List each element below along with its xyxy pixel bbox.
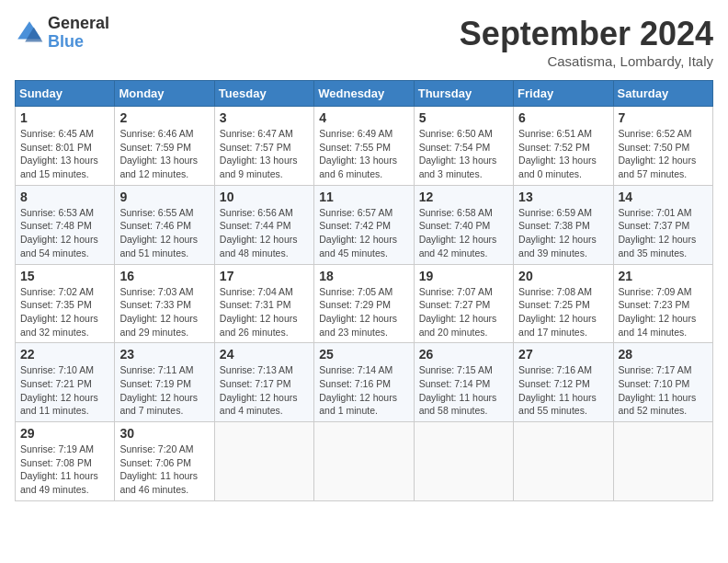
day-detail: Sunrise: 7:11 AMSunset: 7:19 PMDaylight:… xyxy=(119,363,209,418)
table-row: 2Sunrise: 6:46 AMSunset: 7:59 PMDaylight… xyxy=(115,107,214,186)
logo-general: General xyxy=(48,15,109,33)
sunset-text: Sunset: 7:14 PM xyxy=(419,378,491,389)
sunrise-text: Sunrise: 6:49 AM xyxy=(319,128,392,139)
day-detail: Sunrise: 7:19 AMSunset: 7:08 PMDaylight:… xyxy=(20,442,109,497)
table-row xyxy=(214,422,313,501)
day-detail: Sunrise: 7:04 AMSunset: 7:31 PMDaylight:… xyxy=(220,285,309,339)
sunrise-text: Sunrise: 6:45 AM xyxy=(20,128,94,139)
day-detail: Sunrise: 7:02 AMSunset: 7:35 PMDaylight:… xyxy=(20,285,109,339)
table-row: 3Sunrise: 6:47 AMSunset: 7:57 PMDaylight… xyxy=(214,107,313,186)
day-number: 22 xyxy=(20,347,109,362)
daylight-text: Daylight: 12 hours and 48 minutes. xyxy=(220,234,298,259)
day-detail: Sunrise: 6:56 AMSunset: 7:44 PMDaylight:… xyxy=(220,206,309,260)
header-wednesday: Wednesday xyxy=(314,81,414,107)
table-row: 10Sunrise: 6:56 AMSunset: 7:44 PMDayligh… xyxy=(214,185,313,264)
daylight-text: Daylight: 12 hours and 14 minutes. xyxy=(619,313,697,338)
table-row: 25Sunrise: 7:14 AMSunset: 7:16 PMDayligh… xyxy=(314,343,414,422)
day-number: 29 xyxy=(20,426,109,441)
daylight-text: Daylight: 12 hours and 29 minutes. xyxy=(119,313,198,338)
table-row: 13Sunrise: 6:59 AMSunset: 7:38 PMDayligh… xyxy=(514,185,613,264)
logo-icon xyxy=(15,18,44,48)
table-row: 14Sunrise: 7:01 AMSunset: 7:37 PMDayligh… xyxy=(613,185,712,264)
daylight-text: Daylight: 12 hours and 7 minutes. xyxy=(119,392,198,417)
sunset-text: Sunset: 7:54 PM xyxy=(419,142,491,153)
sunset-text: Sunset: 7:50 PM xyxy=(619,142,690,153)
day-detail: Sunrise: 7:20 AMSunset: 7:06 PMDaylight:… xyxy=(119,442,209,497)
table-row: 16Sunrise: 7:03 AMSunset: 7:33 PMDayligh… xyxy=(115,264,214,343)
sunset-text: Sunset: 7:25 PM xyxy=(518,299,590,310)
day-number: 20 xyxy=(518,269,608,283)
daylight-text: Daylight: 11 hours and 55 minutes. xyxy=(518,392,597,417)
daylight-text: Daylight: 13 hours and 15 minutes. xyxy=(20,155,98,179)
sunset-text: Sunset: 7:12 PM xyxy=(518,378,590,389)
sunrise-text: Sunrise: 7:19 AM xyxy=(20,443,94,454)
day-number: 25 xyxy=(319,347,408,362)
sunset-text: Sunset: 7:27 PM xyxy=(419,299,491,310)
table-row xyxy=(314,422,414,501)
sunrise-text: Sunrise: 7:20 AM xyxy=(119,443,193,454)
daylight-text: Daylight: 13 hours and 3 minutes. xyxy=(419,155,497,179)
table-row: 18Sunrise: 7:05 AMSunset: 7:29 PMDayligh… xyxy=(314,264,414,343)
sunrise-text: Sunrise: 7:15 AM xyxy=(419,364,493,375)
daylight-text: Daylight: 11 hours and 46 minutes. xyxy=(119,470,198,495)
sunrise-text: Sunrise: 6:58 AM xyxy=(419,207,493,218)
day-detail: Sunrise: 7:17 AMSunset: 7:10 PMDaylight:… xyxy=(619,363,708,418)
sunset-text: Sunset: 7:57 PM xyxy=(220,142,291,153)
sunset-text: Sunset: 7:55 PM xyxy=(319,142,391,153)
daylight-text: Daylight: 11 hours and 52 minutes. xyxy=(619,392,697,417)
sunset-text: Sunset: 7:10 PM xyxy=(619,378,690,389)
sunset-text: Sunset: 7:52 PM xyxy=(518,142,590,153)
daylight-text: Daylight: 11 hours and 58 minutes. xyxy=(419,392,497,417)
day-number: 5 xyxy=(419,110,508,125)
day-number: 30 xyxy=(119,426,209,441)
sunrise-text: Sunrise: 6:59 AM xyxy=(518,207,592,218)
day-number: 4 xyxy=(319,110,408,125)
sunrise-text: Sunrise: 6:53 AM xyxy=(20,207,94,218)
logo: General Blue xyxy=(15,15,109,52)
table-row xyxy=(613,422,712,501)
table-row: 28Sunrise: 7:17 AMSunset: 7:10 PMDayligh… xyxy=(613,343,712,422)
day-detail: Sunrise: 7:05 AMSunset: 7:29 PMDaylight:… xyxy=(319,285,408,339)
sunset-text: Sunset: 8:01 PM xyxy=(20,142,92,153)
day-detail: Sunrise: 7:13 AMSunset: 7:17 PMDaylight:… xyxy=(220,363,309,418)
daylight-text: Daylight: 12 hours and 42 minutes. xyxy=(419,234,497,259)
calendar-week-row: 8Sunrise: 6:53 AMSunset: 7:48 PMDaylight… xyxy=(16,185,713,264)
day-detail: Sunrise: 6:57 AMSunset: 7:42 PMDaylight:… xyxy=(319,206,408,260)
sunrise-text: Sunrise: 7:02 AM xyxy=(20,286,94,297)
day-number: 27 xyxy=(518,347,608,362)
table-row: 9Sunrise: 6:55 AMSunset: 7:46 PMDaylight… xyxy=(115,185,214,264)
daylight-text: Daylight: 13 hours and 0 minutes. xyxy=(518,155,597,179)
table-row: 11Sunrise: 6:57 AMSunset: 7:42 PMDayligh… xyxy=(314,185,414,264)
day-detail: Sunrise: 6:47 AMSunset: 7:57 PMDaylight:… xyxy=(220,127,309,181)
day-detail: Sunrise: 6:53 AMSunset: 7:48 PMDaylight:… xyxy=(20,206,109,260)
day-number: 28 xyxy=(619,347,708,362)
day-number: 11 xyxy=(319,190,408,204)
daylight-text: Daylight: 12 hours and 39 minutes. xyxy=(518,234,597,259)
table-row: 22Sunrise: 7:10 AMSunset: 7:21 PMDayligh… xyxy=(16,343,115,422)
sunrise-text: Sunrise: 7:09 AM xyxy=(619,286,692,297)
day-detail: Sunrise: 6:59 AMSunset: 7:38 PMDaylight:… xyxy=(518,206,608,260)
day-detail: Sunrise: 6:46 AMSunset: 7:59 PMDaylight:… xyxy=(119,127,209,181)
day-detail: Sunrise: 6:51 AMSunset: 7:52 PMDaylight:… xyxy=(518,127,608,181)
daylight-text: Daylight: 12 hours and 57 minutes. xyxy=(619,155,697,179)
table-row xyxy=(414,422,513,501)
day-number: 15 xyxy=(20,269,109,283)
sunset-text: Sunset: 7:48 PM xyxy=(20,220,92,231)
table-row: 30Sunrise: 7:20 AMSunset: 7:06 PMDayligh… xyxy=(115,422,214,501)
table-row: 29Sunrise: 7:19 AMSunset: 7:08 PMDayligh… xyxy=(16,422,115,501)
sunrise-text: Sunrise: 6:51 AM xyxy=(518,128,592,139)
daylight-text: Daylight: 13 hours and 6 minutes. xyxy=(319,155,397,179)
table-row: 24Sunrise: 7:13 AMSunset: 7:17 PMDayligh… xyxy=(214,343,313,422)
sunset-text: Sunset: 7:16 PM xyxy=(319,378,391,389)
month-title: September 2024 xyxy=(460,15,713,53)
sunrise-text: Sunrise: 7:10 AM xyxy=(20,364,94,375)
table-row: 8Sunrise: 6:53 AMSunset: 7:48 PMDaylight… xyxy=(16,185,115,264)
day-detail: Sunrise: 7:07 AMSunset: 7:27 PMDaylight:… xyxy=(419,285,508,339)
header-thursday: Thursday xyxy=(414,81,513,107)
header-saturday: Saturday xyxy=(613,81,712,107)
day-number: 10 xyxy=(220,190,309,204)
day-detail: Sunrise: 7:08 AMSunset: 7:25 PMDaylight:… xyxy=(518,285,608,339)
page-header: General Blue September 2024 Casatisma, L… xyxy=(15,15,713,69)
day-number: 16 xyxy=(119,269,209,283)
sunset-text: Sunset: 7:38 PM xyxy=(518,220,590,231)
